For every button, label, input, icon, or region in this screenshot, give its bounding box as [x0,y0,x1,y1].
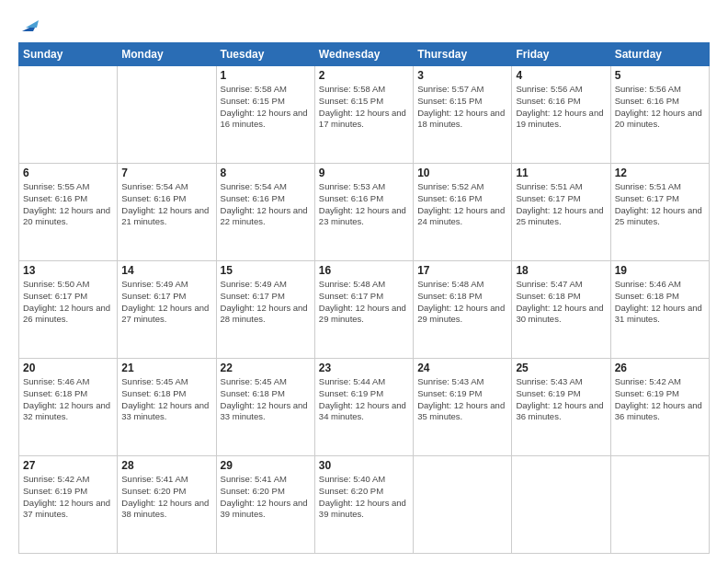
day-number: 2 [319,69,409,82]
calendar-table: SundayMondayTuesdayWednesdayThursdayFrid… [18,42,710,554]
calendar-cell: 15Sunrise: 5:49 AM Sunset: 6:17 PM Dayli… [216,261,314,359]
day-number: 24 [417,362,507,374]
calendar-cell: 20Sunrise: 5:46 AM Sunset: 6:18 PM Dayli… [19,359,118,456]
day-number: 26 [615,362,705,374]
day-number: 23 [319,362,409,374]
day-info: Sunrise: 5:41 AM Sunset: 6:20 PM Dayligh… [221,474,311,521]
day-info: Sunrise: 5:49 AM Sunset: 6:17 PM Dayligh… [121,279,211,326]
day-info: Sunrise: 5:52 AM Sunset: 6:16 PM Dayligh… [417,181,507,228]
calendar-cell [610,456,709,554]
calendar-week-row: 27Sunrise: 5:42 AM Sunset: 6:19 PM Dayli… [19,456,710,554]
calendar-cell: 26Sunrise: 5:42 AM Sunset: 6:19 PM Dayli… [610,359,709,456]
calendar-week-row: 13Sunrise: 5:50 AM Sunset: 6:17 PM Dayli… [19,261,710,359]
day-info: Sunrise: 5:49 AM Sunset: 6:17 PM Dayligh… [221,279,311,326]
calendar-cell: 4Sunrise: 5:56 AM Sunset: 6:16 PM Daylig… [512,66,610,164]
calendar-cell: 2Sunrise: 5:58 AM Sunset: 6:15 PM Daylig… [314,66,413,164]
calendar-header-row: SundayMondayTuesdayWednesdayThursdayFrid… [19,43,710,66]
calendar-header-cell: Monday [118,43,216,66]
calendar-header-cell: Tuesday [216,43,314,66]
calendar-cell: 16Sunrise: 5:48 AM Sunset: 6:17 PM Dayli… [314,261,413,359]
day-number: 4 [516,69,606,82]
day-number: 5 [615,69,705,82]
day-info: Sunrise: 5:58 AM Sunset: 6:15 PM Dayligh… [221,84,311,131]
calendar-cell: 11Sunrise: 5:51 AM Sunset: 6:17 PM Dayli… [512,164,610,261]
calendar-cell: 21Sunrise: 5:45 AM Sunset: 6:18 PM Dayli… [118,359,216,456]
calendar-week-row: 1Sunrise: 5:58 AM Sunset: 6:15 PM Daylig… [19,66,710,164]
logo-icon [20,15,40,35]
day-number: 9 [319,167,409,179]
day-info: Sunrise: 5:43 AM Sunset: 6:19 PM Dayligh… [417,376,507,423]
calendar-header-cell: Saturday [610,43,709,66]
day-info: Sunrise: 5:45 AM Sunset: 6:18 PM Dayligh… [121,376,211,423]
day-number: 30 [319,459,409,472]
day-info: Sunrise: 5:56 AM Sunset: 6:16 PM Dayligh… [615,84,705,131]
calendar-cell: 12Sunrise: 5:51 AM Sunset: 6:17 PM Dayli… [610,164,709,261]
day-info: Sunrise: 5:45 AM Sunset: 6:18 PM Dayligh… [221,376,311,423]
day-info: Sunrise: 5:47 AM Sunset: 6:18 PM Dayligh… [516,279,606,326]
day-number: 10 [417,167,507,179]
calendar-cell: 29Sunrise: 5:41 AM Sunset: 6:20 PM Dayli… [216,456,314,554]
day-number: 22 [221,362,311,374]
calendar-cell [19,66,118,164]
day-info: Sunrise: 5:53 AM Sunset: 6:16 PM Dayligh… [319,181,409,228]
day-number: 15 [221,264,311,277]
day-info: Sunrise: 5:48 AM Sunset: 6:17 PM Dayligh… [319,279,409,326]
day-info: Sunrise: 5:57 AM Sunset: 6:15 PM Dayligh… [417,84,507,131]
calendar-cell: 28Sunrise: 5:41 AM Sunset: 6:20 PM Dayli… [118,456,216,554]
day-info: Sunrise: 5:48 AM Sunset: 6:18 PM Dayligh… [417,279,507,326]
calendar-cell: 17Sunrise: 5:48 AM Sunset: 6:18 PM Dayli… [414,261,512,359]
calendar-cell: 3Sunrise: 5:57 AM Sunset: 6:15 PM Daylig… [414,66,512,164]
calendar-cell [118,66,216,164]
day-number: 7 [121,167,211,179]
calendar-cell: 23Sunrise: 5:44 AM Sunset: 6:19 PM Dayli… [314,359,413,456]
day-info: Sunrise: 5:41 AM Sunset: 6:20 PM Dayligh… [121,474,211,521]
calendar-body: 1Sunrise: 5:58 AM Sunset: 6:15 PM Daylig… [19,66,710,554]
calendar-cell [414,456,512,554]
calendar-cell: 1Sunrise: 5:58 AM Sunset: 6:15 PM Daylig… [216,66,314,164]
day-number: 18 [516,264,606,277]
day-info: Sunrise: 5:43 AM Sunset: 6:19 PM Dayligh… [516,376,606,423]
day-info: Sunrise: 5:56 AM Sunset: 6:16 PM Dayligh… [516,84,606,131]
day-number: 6 [23,167,113,179]
calendar-cell: 8Sunrise: 5:54 AM Sunset: 6:16 PM Daylig… [216,164,314,261]
calendar-cell: 9Sunrise: 5:53 AM Sunset: 6:16 PM Daylig… [314,164,413,261]
day-info: Sunrise: 5:40 AM Sunset: 6:20 PM Dayligh… [319,474,409,521]
day-info: Sunrise: 5:44 AM Sunset: 6:19 PM Dayligh… [319,376,409,423]
calendar-header-cell: Sunday [19,43,118,66]
calendar-cell: 22Sunrise: 5:45 AM Sunset: 6:18 PM Dayli… [216,359,314,456]
calendar-cell: 13Sunrise: 5:50 AM Sunset: 6:17 PM Dayli… [19,261,118,359]
day-number: 25 [516,362,606,374]
svg-marker-1 [26,20,39,28]
day-info: Sunrise: 5:54 AM Sunset: 6:16 PM Dayligh… [121,181,211,228]
calendar-header-cell: Friday [512,43,610,66]
day-info: Sunrise: 5:46 AM Sunset: 6:18 PM Dayligh… [23,376,113,423]
day-number: 12 [615,167,705,179]
day-info: Sunrise: 5:42 AM Sunset: 6:19 PM Dayligh… [615,376,705,423]
day-number: 28 [121,459,211,472]
calendar-week-row: 20Sunrise: 5:46 AM Sunset: 6:18 PM Dayli… [19,359,710,456]
calendar-cell: 6Sunrise: 5:55 AM Sunset: 6:16 PM Daylig… [19,164,118,261]
day-info: Sunrise: 5:46 AM Sunset: 6:18 PM Dayligh… [615,279,705,326]
day-number: 8 [221,167,311,179]
day-number: 3 [417,69,507,82]
day-info: Sunrise: 5:42 AM Sunset: 6:19 PM Dayligh… [23,474,113,521]
calendar-cell: 19Sunrise: 5:46 AM Sunset: 6:18 PM Dayli… [610,261,709,359]
day-number: 14 [121,264,211,277]
day-number: 1 [221,69,311,82]
calendar-cell: 27Sunrise: 5:42 AM Sunset: 6:19 PM Dayli… [19,456,118,554]
day-number: 19 [615,264,705,277]
day-info: Sunrise: 5:51 AM Sunset: 6:17 PM Dayligh… [516,181,606,228]
day-number: 11 [516,167,606,179]
page: SundayMondayTuesdayWednesdayThursdayFrid… [0,0,728,563]
day-number: 29 [221,459,311,472]
day-number: 13 [23,264,113,277]
header [18,15,710,35]
calendar-cell: 14Sunrise: 5:49 AM Sunset: 6:17 PM Dayli… [118,261,216,359]
calendar-cell: 5Sunrise: 5:56 AM Sunset: 6:16 PM Daylig… [610,66,709,164]
day-number: 16 [319,264,409,277]
day-number: 20 [23,362,113,374]
calendar-header-cell: Thursday [414,43,512,66]
day-info: Sunrise: 5:54 AM Sunset: 6:16 PM Dayligh… [221,181,311,228]
day-number: 27 [23,459,113,472]
calendar-cell: 25Sunrise: 5:43 AM Sunset: 6:19 PM Dayli… [512,359,610,456]
